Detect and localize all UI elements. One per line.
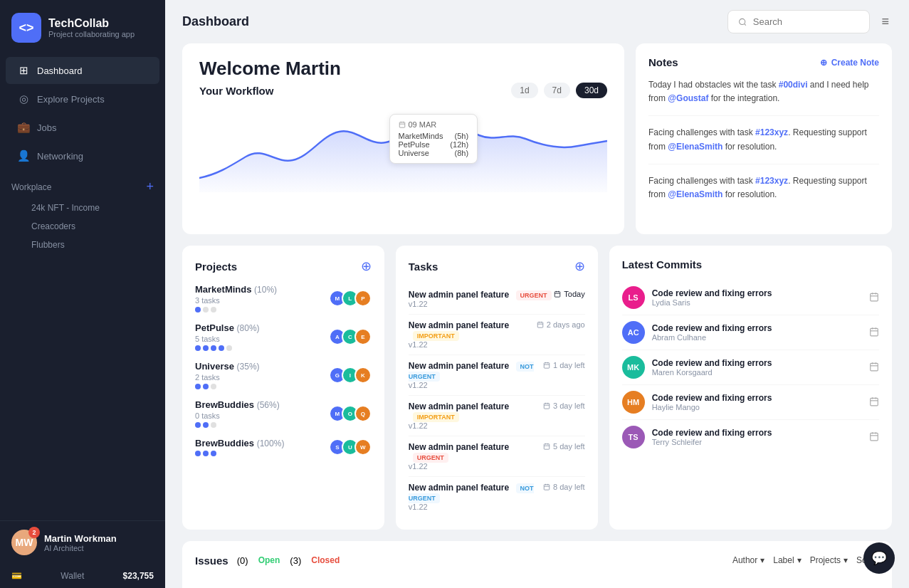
filter-author[interactable]: Author ▾ bbox=[732, 555, 764, 565]
tooltip-date-text: 09 MAR bbox=[409, 120, 437, 129]
dot bbox=[195, 422, 201, 428]
chevron-down-icon-3: ▾ bbox=[844, 555, 848, 565]
nav-item-networking[interactable]: 👤 Networking bbox=[6, 142, 159, 169]
issues-header: Issues (0) Open (3) Closed Author ▾ Labe… bbox=[195, 554, 879, 567]
task-item-2: New admin panel feature NOT URGENT v1.22… bbox=[409, 355, 585, 396]
note-item-0: Today I had obstacles wit the task #00di… bbox=[648, 78, 879, 116]
note-link-0-1[interactable]: @Goustaf bbox=[668, 93, 708, 103]
progress-dots bbox=[195, 451, 329, 456]
search-input[interactable] bbox=[753, 16, 860, 27]
project-avatars: MOQ bbox=[329, 405, 372, 422]
filter-7d[interactable]: 7d bbox=[544, 83, 570, 98]
calendar-icon[interactable] bbox=[869, 397, 879, 409]
avatar: MW 2 bbox=[11, 530, 37, 555]
tasks-title: Tasks bbox=[409, 261, 438, 273]
filter-30d[interactable]: 30d bbox=[576, 83, 607, 98]
filter-projects[interactable]: Projects ▾ bbox=[810, 555, 848, 565]
task-left: New admin panel feature URGENT v1.22 bbox=[409, 442, 543, 471]
dashboard-icon: ⊞ bbox=[17, 64, 30, 77]
svg-rect-11 bbox=[537, 322, 543, 328]
task-badge: URGENT bbox=[413, 453, 448, 463]
sidebar-item-creacoders[interactable]: Creacoders bbox=[11, 217, 154, 236]
welcome-title: Welcome Martin bbox=[199, 58, 607, 80]
calendar-icon[interactable] bbox=[869, 431, 879, 443]
project-tasks: 2 tasks bbox=[195, 373, 329, 382]
project-item-3: BrewBuddies (56%) 0 tasks MOQ bbox=[195, 399, 372, 428]
project-avatars: SUW bbox=[329, 439, 372, 456]
nav-item-dashboard[interactable]: ⊞ Dashboard bbox=[6, 57, 159, 84]
project-avatars: GIK bbox=[329, 367, 372, 384]
plus-icon: ⊕ bbox=[820, 58, 827, 68]
workplace-add-button[interactable]: + bbox=[146, 179, 154, 194]
avatar: K bbox=[354, 367, 372, 384]
tasks-add-button[interactable]: ⊕ bbox=[574, 258, 585, 274]
note-link-1-0[interactable]: #123xyz bbox=[755, 127, 788, 137]
nav-item-explore[interactable]: ◎ Explore Projects bbox=[6, 85, 159, 112]
commit-title: Code review and fixing errors bbox=[652, 393, 862, 403]
project-item-1: PetPulse (80%) 5 tasks ACE bbox=[195, 322, 372, 351]
task-item-0: New admin panel feature URGENT v1.22 Tod… bbox=[409, 284, 585, 315]
projects-add-button[interactable]: ⊕ bbox=[361, 258, 372, 274]
filter-projects-label: Projects bbox=[810, 555, 841, 565]
commit-info: Code review and fixing errors Abram Culh… bbox=[652, 323, 862, 342]
dot bbox=[211, 422, 216, 428]
open-count: (0) bbox=[237, 555, 248, 566]
task-name: New admin panel feature IMPORTANT bbox=[409, 320, 537, 340]
nav-label-dashboard: Dashboard bbox=[37, 65, 83, 76]
tooltip-name-1: PetPulse bbox=[399, 140, 430, 149]
nav-item-jobs[interactable]: 💼 Jobs bbox=[6, 114, 159, 141]
calendar-icon[interactable] bbox=[869, 327, 879, 339]
note-link-2-1[interactable]: @ElenaSmith bbox=[668, 189, 723, 199]
commit-title: Code review and fixing errors bbox=[652, 358, 862, 368]
note-link-1-1[interactable]: @ElenaSmith bbox=[668, 142, 723, 152]
project-avatars: MLP bbox=[329, 290, 372, 307]
logo-icon: <> bbox=[11, 13, 41, 43]
create-note-button[interactable]: ⊕ Create Note bbox=[820, 58, 879, 68]
sidebar-item-flubbers[interactable]: Flubbers bbox=[11, 236, 154, 254]
task-date: 1 day left bbox=[543, 361, 585, 369]
tasks-panel: Tasks ⊕ New admin panel feature URGENT v… bbox=[396, 246, 598, 530]
content-area: Welcome Martin Your Workflow 1d 7d 30d 0… bbox=[165, 43, 909, 588]
chat-button[interactable]: 💬 bbox=[863, 542, 895, 574]
project-item-2: Universe (35%) 2 tasks GIK bbox=[195, 361, 372, 389]
note-link-0-0[interactable]: #00divi bbox=[779, 80, 808, 90]
sidebar-item-nft[interactable]: 24k NFT - Income bbox=[11, 199, 154, 217]
commit-title: Code review and fixing errors bbox=[652, 288, 862, 298]
calendar-icon[interactable] bbox=[869, 292, 879, 304]
sidebar: <> TechCollab Project collaborating app … bbox=[0, 0, 165, 588]
tooltip-item-1: PetPulse (12h) bbox=[399, 140, 469, 149]
commit-item-0: LS Code review and fixing errors Lydia S… bbox=[622, 280, 879, 315]
nav-label-explore: Explore Projects bbox=[37, 94, 105, 105]
task-date: Today bbox=[554, 290, 584, 298]
commit-avatar: TS bbox=[622, 426, 645, 448]
issues-filters: Author ▾ Label ▾ Projects ▾ Sort ▾ bbox=[732, 555, 879, 565]
calendar-icon bbox=[537, 321, 544, 328]
note-link-2-0[interactable]: #123xyz bbox=[755, 176, 788, 186]
menu-button[interactable]: ≡ bbox=[878, 11, 892, 32]
issues-tab-closed[interactable]: Closed bbox=[307, 554, 344, 567]
three-cols-row: Projects ⊕ MarketMinds (10%) 3 tasks MLP… bbox=[182, 246, 892, 530]
commit-info: Code review and fixing errors Terry Schl… bbox=[652, 428, 862, 446]
task-ver: v1.22 bbox=[409, 462, 543, 471]
project-info: BrewBuddies (100%) bbox=[195, 438, 329, 456]
task-name: New admin panel feature URGENT bbox=[409, 290, 554, 300]
dot bbox=[203, 422, 209, 428]
dot bbox=[203, 307, 209, 313]
dot bbox=[195, 451, 201, 456]
issues-tab-open[interactable]: Open bbox=[254, 554, 285, 567]
calendar-icon[interactable] bbox=[869, 362, 879, 374]
tooltip-item-0: MarketMinds (5h) bbox=[399, 132, 469, 140]
svg-rect-27 bbox=[544, 485, 550, 490]
avatar: P bbox=[354, 290, 372, 307]
svg-rect-43 bbox=[871, 398, 878, 406]
filter-1d[interactable]: 1d bbox=[511, 83, 537, 98]
svg-rect-35 bbox=[871, 328, 878, 336]
filter-label[interactable]: Label ▾ bbox=[773, 555, 801, 565]
progress-dots bbox=[195, 307, 329, 313]
commits-list: LS Code review and fixing errors Lydia S… bbox=[622, 280, 879, 454]
commit-author: Terry Schleifer bbox=[652, 438, 862, 446]
commit-avatar: MK bbox=[622, 356, 645, 379]
search-box bbox=[727, 10, 870, 33]
commit-item-4: TS Code review and fixing errors Terry S… bbox=[622, 420, 879, 454]
project-name: MarketMinds (10%) bbox=[195, 284, 329, 295]
